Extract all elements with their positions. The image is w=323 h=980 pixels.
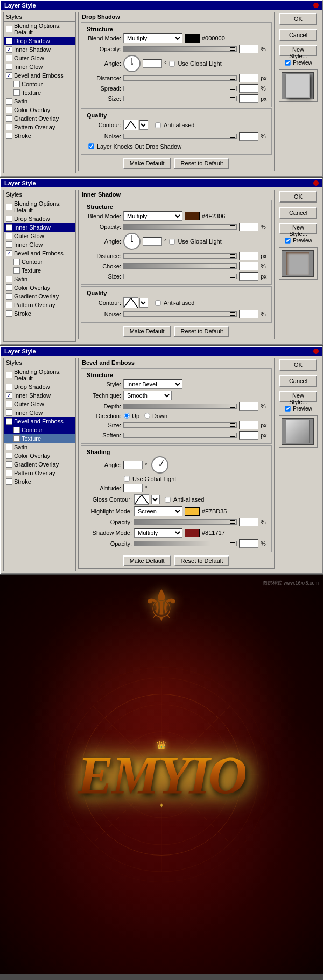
angle-input-3[interactable]: 68 — [123, 461, 143, 469]
noise-input-2[interactable]: 0 — [239, 310, 258, 318]
distance-slider-2[interactable] — [123, 253, 237, 259]
anti-alias-check-1[interactable] — [155, 122, 160, 128]
sidebar-satin-3[interactable]: Satin — [4, 443, 75, 451]
sidebar-gradient-overlay-1[interactable]: Gradient Overlay — [4, 114, 75, 123]
highlight-opacity-slider-3[interactable] — [134, 519, 237, 525]
checkbox-satin-3[interactable] — [6, 444, 12, 450]
blend-mode-select-1[interactable]: Multiply — [123, 33, 182, 43]
blend-color-swatch-2[interactable] — [185, 212, 200, 220]
size-input-1[interactable]: 10 — [239, 94, 258, 103]
altitude-input-3[interactable]: 32 — [123, 484, 143, 492]
checkbox-drop-shadow-2[interactable] — [6, 216, 12, 222]
checkbox-blending-2[interactable] — [6, 204, 12, 210]
shadow-mode-select-3[interactable]: Multiply — [134, 528, 182, 538]
blend-color-swatch-1[interactable] — [185, 34, 200, 43]
checkbox-texture-2[interactable] — [13, 267, 20, 274]
checkbox-color-overlay-2[interactable] — [6, 284, 12, 291]
cancel-button-3[interactable]: Cancel — [279, 375, 317, 387]
distance-input-1[interactable]: 2 — [239, 74, 258, 82]
close-button-3[interactable] — [313, 349, 319, 354]
checkbox-pattern-overlay-2[interactable] — [6, 302, 12, 308]
sidebar-satin-2[interactable]: Satin — [4, 275, 75, 283]
new-style-button-1[interactable]: New Style... — [279, 45, 317, 56]
size-slider-1[interactable] — [123, 96, 237, 101]
reset-default-button-2[interactable]: Reset to Default — [174, 326, 229, 337]
close-button-1[interactable] — [313, 3, 319, 8]
make-default-button-3[interactable]: Make Default — [123, 555, 171, 566]
shadow-opacity-slider-3[interactable] — [134, 541, 237, 546]
sidebar-blending-options-3[interactable]: Blending Options: Default — [4, 367, 75, 383]
cancel-button-2[interactable]: Cancel — [279, 207, 317, 219]
checkbox-inner-glow-2[interactable] — [6, 241, 12, 248]
sidebar-outer-glow-1[interactable]: Outer Glow — [4, 54, 75, 62]
checkbox-texture-1[interactable] — [13, 89, 20, 96]
technique-select-3[interactable]: Smooth — [123, 391, 172, 400]
choke-slider-2[interactable] — [123, 263, 237, 269]
checkbox-blending-1[interactable] — [6, 26, 12, 32]
noise-input-1[interactable]: 0 — [239, 132, 258, 141]
angle-circle-1[interactable] — [123, 55, 141, 72]
checkbox-satin-1[interactable] — [6, 98, 12, 105]
sidebar-inner-shadow-2[interactable]: Inner Shadow — [4, 223, 75, 232]
sidebar-gradient-overlay-3[interactable]: Gradient Overlay — [4, 460, 75, 469]
checkbox-color-overlay-1[interactable] — [6, 107, 12, 113]
close-button-2[interactable] — [313, 180, 319, 186]
sidebar-satin-1[interactable]: Satin — [4, 97, 75, 106]
sidebar-pattern-overlay-1[interactable]: Pattern Overlay — [4, 123, 75, 131]
size-input-2[interactable]: 1 — [239, 272, 258, 281]
gloss-contour-select-3[interactable] — [151, 495, 160, 504]
contour-preview-1[interactable] — [123, 120, 138, 130]
checkbox-color-overlay-3[interactable] — [6, 453, 12, 459]
anti-alias-check-3[interactable] — [165, 497, 170, 502]
angle-input-2[interactable]: -90 — [143, 237, 162, 246]
sidebar-drop-shadow-1[interactable]: Drop Shadow — [4, 37, 75, 45]
shadow-opacity-input-3[interactable]: 75 — [239, 539, 258, 548]
sidebar-pattern-overlay-2[interactable]: Pattern Overlay — [4, 301, 75, 309]
checkbox-bevel-2[interactable] — [6, 250, 12, 256]
sidebar-bevel-emboss-1[interactable]: Bevel and Emboss — [4, 71, 75, 80]
sidebar-texture-2[interactable]: Texture — [4, 266, 75, 275]
soften-slider-3[interactable] — [123, 433, 237, 438]
sidebar-bevel-emboss-3[interactable]: Bevel and Emboss — [4, 417, 75, 426]
size-slider-2[interactable] — [123, 274, 237, 279]
checkbox-inner-glow-3[interactable] — [6, 409, 12, 416]
anti-alias-check-2[interactable] — [155, 300, 160, 305]
sidebar-inner-glow-3[interactable]: Inner Glow — [4, 408, 75, 417]
highlight-opacity-input-3[interactable]: 100 — [239, 518, 258, 526]
cancel-button-1[interactable]: Cancel — [279, 29, 317, 41]
sidebar-gradient-overlay-2[interactable]: Gradient Overlay — [4, 292, 75, 301]
checkbox-inner-shadow-3[interactable] — [6, 392, 12, 399]
noise-slider-2[interactable] — [123, 311, 237, 317]
sidebar-texture-1[interactable]: Texture — [4, 88, 75, 97]
checkbox-outer-glow-1[interactable] — [6, 55, 12, 61]
sidebar-drop-shadow-2[interactable]: Drop Shadow — [4, 214, 75, 223]
size-input-3[interactable]: 0 — [239, 421, 258, 429]
gloss-contour-preview-3[interactable] — [134, 494, 149, 505]
spread-slider-1[interactable] — [123, 86, 237, 91]
checkbox-stroke-3[interactable] — [6, 478, 12, 485]
checkbox-stroke-2[interactable] — [6, 310, 12, 317]
highlight-mode-select-3[interactable]: Screen — [134, 506, 182, 516]
contour-select-2[interactable] — [139, 298, 148, 308]
sidebar-outer-glow-2[interactable]: Outer Glow — [4, 232, 75, 240]
checkbox-pattern-overlay-3[interactable] — [6, 470, 12, 476]
preview-check-1[interactable] — [285, 60, 291, 65]
sidebar-inner-glow-1[interactable]: Inner Glow — [4, 62, 75, 71]
new-style-button-2[interactable]: New Style... — [279, 223, 317, 234]
contour-select-1[interactable] — [139, 120, 148, 130]
ok-button-3[interactable]: OK — [279, 359, 317, 371]
global-light-check-1[interactable] — [170, 61, 175, 66]
sidebar-texture-3[interactable]: Texture — [4, 434, 75, 443]
distance-input-2[interactable]: 3 — [239, 252, 258, 260]
checkbox-texture-3[interactable] — [13, 435, 20, 442]
checkbox-gradient-overlay-2[interactable] — [6, 293, 12, 300]
sidebar-color-overlay-2[interactable]: Color Overlay — [4, 283, 75, 292]
direction-up-radio[interactable] — [124, 413, 129, 418]
sidebar-bevel-emboss-2[interactable]: Bevel and Emboss — [4, 249, 75, 258]
preview-check-2[interactable] — [285, 238, 291, 243]
checkbox-contour-1[interactable] — [13, 81, 20, 87]
checkbox-outer-glow-3[interactable] — [6, 401, 12, 407]
checkbox-contour-3[interactable] — [13, 427, 20, 433]
checkbox-bevel-1[interactable] — [6, 72, 12, 79]
sidebar-blending-options-1[interactable]: Blending Options: Default — [4, 22, 75, 37]
